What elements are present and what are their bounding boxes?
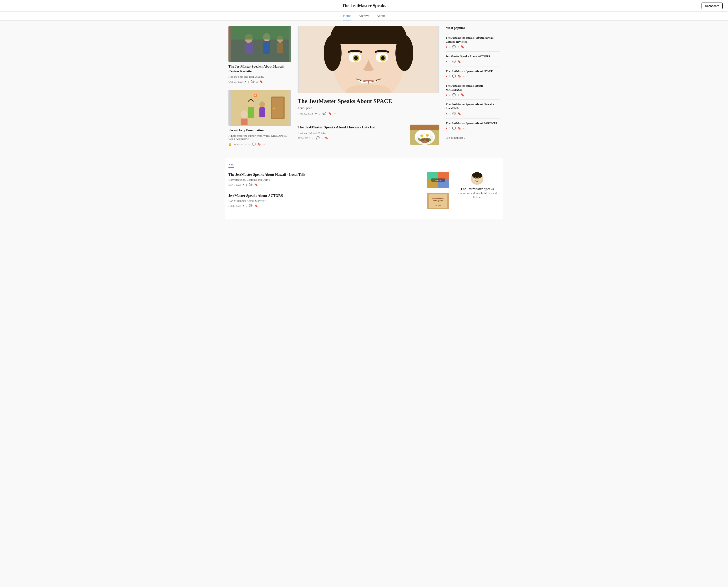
bottom-heart-2: ♥ — [242, 204, 244, 208]
popular-item-6-title[interactable]: The JestMaster Speaks About PARENTS — [446, 121, 500, 125]
bottom-posts: The JestMaster Speaks About Hawaii - Loc… — [228, 172, 500, 214]
svg-point-66 — [472, 172, 482, 179]
svg-point-39 — [323, 35, 342, 71]
svg-text:WHO KIDNAPPED: WHO KIDNAPPED — [432, 198, 444, 199]
svg-point-49 — [426, 134, 429, 137]
pop-likes-3: 2 — [449, 74, 451, 78]
see-all-arrow: › — [464, 136, 465, 140]
list-bookmark-icon[interactable]: 🔖 — [324, 136, 328, 140]
svg-point-13 — [273, 108, 275, 109]
bookmark-icon-2[interactable]: 🔖 — [258, 143, 261, 146]
featured-image[interactable] — [297, 26, 439, 93]
bottom-post-2-image[interactable]: WHO KIDNAPPED Willoughby? Jess Kreone — [427, 193, 449, 209]
dashboard-button[interactable]: Dashboard — [702, 2, 723, 9]
pop-comment-1[interactable]: 💬 — [452, 45, 456, 49]
featured-meta: APR 22, 2022 ♥ 2 💬 🔖 ··· — [297, 112, 439, 115]
svg-point-47 — [420, 135, 423, 137]
bookmark-icon[interactable]: 🔖 — [260, 80, 263, 84]
list-post-1: The JestMaster Speaks About Hawaii - Let… — [297, 124, 439, 145]
svg-point-21 — [254, 94, 256, 96]
pop-comment-6[interactable]: 💬 — [452, 126, 456, 130]
comment-icon[interactable]: 💬 — [251, 80, 254, 84]
header: The JestMaster Speaks Dashboard — [0, 0, 728, 12]
bottom-bookmark-2[interactable]: 🔖 — [254, 204, 258, 208]
pop-bookmark-1[interactable]: 🔖 — [461, 45, 464, 49]
svg-text:What I saw.: What I saw. — [434, 180, 441, 181]
svg-point-69 — [475, 178, 476, 179]
svg-rect-17 — [260, 107, 265, 117]
pop-comment-5[interactable]: 💬 — [452, 112, 456, 116]
featured-more-icon[interactable]: ··· — [334, 112, 336, 115]
heart-empty-icon[interactable]: ♡ — [247, 143, 250, 146]
list-more-icon[interactable]: ··· — [330, 136, 332, 140]
list-post-1-title[interactable]: The JestMaster Speaks About Hawaii - Let… — [297, 124, 407, 130]
pop-heart-1: ♥ — [446, 45, 447, 49]
popular-item-6-meta: ♥ 1 💬 🔖 ··· — [446, 126, 500, 130]
left-post-1-likes: 3 — [248, 80, 249, 84]
bottom-more-1[interactable]: ··· — [260, 183, 262, 187]
pop-bookmark-4[interactable]: 🔖 — [461, 93, 464, 97]
see-all-link[interactable]: See all popular › — [446, 136, 500, 140]
left-post-2-title[interactable]: Persnickety Punctuation — [228, 128, 291, 133]
pop-comment-4[interactable]: 💬 — [452, 93, 456, 97]
pop-bookmark-5[interactable]: 🔖 — [458, 112, 461, 116]
left-sidebar: The JestMaster Speaks: About Hawaii - Cr… — [228, 26, 291, 152]
lock-icon: 🔒 — [228, 143, 232, 146]
popular-item-5-title[interactable]: The JestMaster Speaks About Hawaii - Loc… — [446, 102, 500, 111]
pop-bookmark-2[interactable]: 🔖 — [458, 60, 461, 64]
new-section-tab[interactable]: New — [228, 163, 234, 168]
comment-icon-2[interactable]: 💬 — [252, 143, 256, 146]
bottom-post-2-title[interactable]: JestMaster Speaks About ACTORS — [228, 193, 423, 198]
bottom-post-1-image[interactable]: What I saw. — [427, 172, 449, 188]
pop-more-1[interactable]: ··· — [466, 45, 468, 49]
author-avatar[interactable] — [471, 172, 483, 185]
bottom-comment-2[interactable]: 💬 — [249, 204, 252, 208]
pop-bookmark-6[interactable]: 🔖 — [458, 126, 461, 130]
nav-home[interactable]: Home — [343, 14, 351, 20]
left-post-1-title[interactable]: The JestMaster Speaks: About Hawaii - Cr… — [228, 64, 291, 74]
list-post-1-image[interactable] — [410, 124, 439, 145]
bottom-comment-1[interactable]: 💬 — [249, 183, 252, 187]
bottom-bookmark-1[interactable]: 🔖 — [254, 183, 258, 187]
featured-comment-icon[interactable]: 💬 — [322, 112, 326, 115]
featured-likes: 2 — [319, 112, 320, 115]
popular-item-3: The JestMaster Speaks About SPACE ♥ 2 💬 … — [446, 67, 500, 81]
pop-comment-3[interactable]: 💬 — [452, 74, 456, 78]
nav-archive[interactable]: Archive — [358, 14, 369, 20]
pop-comment-2[interactable]: 💬 — [452, 60, 456, 64]
popular-item-3-title[interactable]: The JestMaster Speaks About SPACE — [446, 69, 500, 73]
author-description: Humorous and insightful fact and fiction… — [455, 192, 500, 199]
bottom-post-2-date: JUL 8, 2022 — [228, 205, 241, 207]
left-post-2-image[interactable] — [228, 90, 291, 126]
left-post-1-image[interactable] — [228, 26, 291, 62]
bottom-more-2[interactable]: ··· — [260, 204, 262, 208]
svg-point-70 — [478, 178, 479, 179]
nav-about[interactable]: About — [377, 14, 385, 20]
pop-more-5[interactable]: ··· — [463, 112, 465, 116]
more-icon[interactable]: ··· — [265, 80, 267, 84]
bottom-post-1-title[interactable]: The JestMaster Speaks About Hawaii - Loc… — [228, 172, 423, 177]
pop-more-3[interactable]: ··· — [463, 74, 465, 78]
pop-bookmark-3[interactable]: 🔖 — [458, 74, 461, 78]
heart-icon: ♥ — [244, 80, 246, 84]
svg-point-40 — [395, 35, 413, 71]
pop-likes-6: 1 — [449, 126, 451, 130]
popular-item-2-title[interactable]: JestMaster Speaks About ACTORS — [446, 54, 500, 58]
list-heart-icon[interactable]: ♡ — [312, 136, 314, 140]
popular-item-1-title[interactable]: The JestMaster Speaks: About Hawaii - Cr… — [446, 36, 500, 44]
list-comment-icon[interactable]: 💬 — [316, 136, 320, 140]
pop-likes-5: 1 — [449, 112, 451, 115]
popular-item-4-title[interactable]: The JestMaster Speaks About MARRIAGE — [446, 84, 500, 92]
svg-point-16 — [260, 101, 265, 107]
bottom-likes-2: 2 — [246, 204, 247, 208]
bottom-left: The JestMaster Speaks About Hawaii - Loc… — [228, 172, 449, 214]
featured-bookmark-icon[interactable]: 🔖 — [328, 112, 332, 115]
featured-heart-icon[interactable]: ♥ — [315, 112, 317, 115]
pop-more-2[interactable]: ··· — [463, 60, 465, 64]
featured-title[interactable]: The JestMaster Speaks About SPACE — [297, 98, 439, 104]
popular-item-4: The JestMaster Speaks About MARRIAGE ♥ 2… — [446, 81, 500, 100]
pop-more-4[interactable]: ··· — [466, 93, 468, 97]
pop-heart-6: ♥ — [446, 126, 447, 130]
pop-more-6[interactable]: ··· — [463, 126, 465, 130]
more-icon-2[interactable]: ··· — [263, 143, 265, 146]
